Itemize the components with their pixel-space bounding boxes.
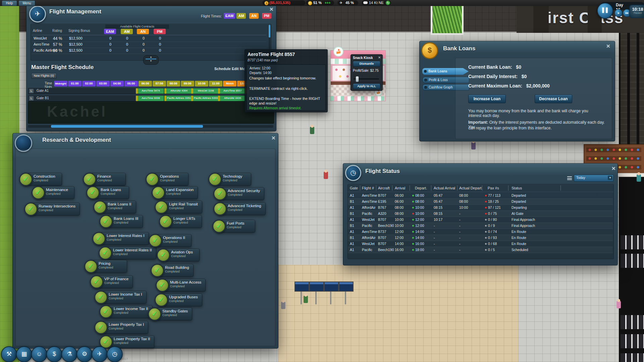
research-node-lower-interest-rates-i[interactable]: ✓Lower Interest Rates ICompleted	[97, 232, 149, 245]
col-pax-#s[interactable]: Pax #s	[488, 186, 499, 190]
help-button[interactable]: Help	[2, 0, 17, 6]
build-hammer-icon[interactable]: ⚒	[1, 346, 17, 362]
airline-row[interactable]: WestJet44 %$12,5000000	[32, 36, 266, 42]
day-filter-dropdown[interactable]: Today ▼	[574, 175, 613, 182]
col-status[interactable]: Status	[512, 186, 522, 190]
time-slot-09:00[interactable]: 09:00	[181, 81, 194, 86]
decrease-loan-button[interactable]: Decrease Loan	[535, 95, 572, 103]
research-node-bank-loans[interactable]: ✓Bank LoansCompleted	[91, 186, 129, 199]
time-slot-10:00[interactable]: 10:00	[195, 81, 208, 86]
research-node-lower-income-tax-ii[interactable]: ✓Lower Income Tax IICompleted	[104, 305, 153, 318]
contract-count[interactable]: 0	[121, 48, 133, 52]
flight-status-row[interactable]: B1PacificBeech19010:0012:00--0 / 9Final …	[348, 223, 613, 229]
research-node-fuel-ports[interactable]: ✓Fuel PortsCompleted	[217, 220, 255, 233]
col-gate[interactable]: Gate	[350, 186, 358, 190]
col-flight-#[interactable]: Flight #	[362, 186, 374, 190]
menu-button[interactable]: Menu	[18, 0, 35, 6]
flight-status-window[interactable]: ◷ Flight Status ✕ Today ▼ GateFlight #Ai…	[343, 163, 618, 265]
contract-count[interactable]: 0	[138, 36, 150, 40]
research-node-maintenance[interactable]: ✓MaintenanceCompleted	[36, 186, 74, 199]
airline-row[interactable]: Pacific Airlines50 %$12,5000000	[32, 48, 266, 54]
gate-lock-button[interactable]: L	[29, 88, 34, 94]
scroll-thumb[interactable]	[269, 25, 270, 38]
finance-money-icon[interactable]: $	[46, 346, 62, 362]
contract-count[interactable]: 0	[104, 48, 116, 52]
flight-status-row[interactable]: A1AeroTimeB73712:0014:00--0 / 74En Route	[348, 229, 613, 235]
flight-status-row[interactable]: B1PacificA32008:0010:0008:15-0 / 75At Ga…	[348, 210, 613, 217]
contract-count[interactable]: 0	[104, 36, 116, 40]
flight-management-window[interactable]: ✈ Flight Management ✕ Flight Times: EAMA…	[26, 4, 276, 131]
research-node-multi-lane-access[interactable]: ✓Multi-Lane AccessCompleted	[160, 279, 206, 292]
research-node-lower-interest-rates-ii[interactable]: ✓Lower Interest Rates IICompleted	[103, 247, 156, 259]
gate-lock-button[interactable]: L	[29, 96, 34, 101]
table-scroll-arrows[interactable]: ▲ ▼	[143, 55, 159, 65]
contract-count[interactable]: 0	[154, 42, 166, 46]
research-node-operations[interactable]: ✓OperationsCompleted	[150, 173, 189, 186]
close-icon[interactable]: ✕	[611, 166, 616, 172]
col-actual-arrival[interactable]: Actual Arrival	[434, 186, 455, 190]
research-node-finance[interactable]: ✓FinanceCompleted	[88, 173, 126, 186]
close-icon[interactable]: ✕	[606, 43, 610, 49]
flight-block[interactable]: Pacific Airlines 3351	[164, 96, 192, 101]
research-node-runway-intersections[interactable]: ✓Runway IntersectionsCompleted	[29, 203, 80, 216]
flights-airplane-icon[interactable]: ✈	[92, 346, 108, 362]
contract-count[interactable]: 0	[154, 48, 166, 52]
new-flights-button[interactable]: New Flights (0)	[31, 73, 57, 79]
time-slot-05:00[interactable]: 05:00	[124, 81, 138, 86]
research-node-bank-loans-iii[interactable]: ✓Bank Loans IIICompleted	[104, 215, 143, 228]
time-slot-midnight[interactable]: Midnight	[54, 81, 67, 86]
close-icon[interactable]: ✕	[269, 6, 274, 12]
staff-person-icon[interactable]: ☺	[31, 346, 47, 362]
contract-count[interactable]: 0	[154, 36, 166, 40]
research-development-window[interactable]: Research & Development ✕ ✓ConstructionCo…	[12, 133, 278, 349]
col-depart-[interactable]: Depart.	[415, 186, 427, 190]
research-node-aviation-ops[interactable]: ✓Aviation OpsCompleted	[161, 249, 200, 261]
filter-icon[interactable]	[567, 176, 572, 180]
chevron-down-icon[interactable]: ▼	[608, 176, 612, 180]
research-node-advanced-ticketing[interactable]: ✓Advanced TicketingCompleted	[218, 202, 266, 215]
research-node-operations-ii[interactable]: ✓Operations IICompleted	[153, 234, 192, 247]
close-icon[interactable]: ✕	[271, 135, 276, 141]
operations-gears-icon[interactable]: ⚙	[76, 346, 93, 362]
research-node-pricing[interactable]: ✓PricingCompleted	[89, 260, 127, 273]
time-slot-08:00[interactable]: 08:00	[167, 81, 180, 86]
flight-status-row[interactable]: A1PacificBeech19016:0018:00--0 / 5Schedu…	[348, 247, 613, 253]
flight-status-row[interactable]: A1AffordAirB76708:0010:0008:1510:0097 / …	[348, 204, 613, 211]
time-slot-11:00[interactable]: 11:00	[209, 81, 222, 86]
research-node-technology[interactable]: ✓TechnologyCompleted	[213, 173, 251, 186]
research-node-standby-gates[interactable]: ✓Standby GatesCompleted	[153, 308, 192, 320]
research-node-road-building[interactable]: ✓Road BuildingCompleted	[155, 264, 194, 277]
flight-block[interactable]: WestJet 1198	[191, 88, 219, 94]
flight-status-row[interactable]: A1AeroTimeB70706:0008:0005:4708:0077 / 1…	[348, 192, 613, 199]
airline-row[interactable]: AeroTime57 %$12,5000000	[32, 42, 266, 48]
col-actual-depart-[interactable]: Actual Depart.	[459, 186, 483, 190]
pause-button[interactable]	[597, 3, 613, 19]
col-aircraft[interactable]: Aircraft	[378, 186, 390, 190]
close-icon[interactable]: ✕	[378, 56, 381, 59]
flight-time-badge-am[interactable]: AM	[236, 13, 246, 19]
flight-status-row[interactable]: B1AeroTimeE19506:0008:0005:4708:0018 / 2…	[348, 198, 613, 205]
dismantle-button[interactable]: Dismantle	[353, 61, 380, 67]
flight-block[interactable]: AffordAir 4436	[218, 96, 246, 101]
research-node-lower-income-tax-i[interactable]: ✓Lower Income Tax ICompleted	[99, 291, 147, 304]
hscroll-thumb[interactable]	[51, 125, 203, 128]
flight-block[interactable]: AffordAir 4394	[164, 88, 192, 94]
time-slot-06:00[interactable]: 06:00	[139, 81, 152, 86]
time-slot-02:00[interactable]: 02:00	[82, 81, 96, 86]
flight-block[interactable]: AeroTime 6008	[136, 96, 164, 101]
schedule-hscrollbar[interactable]	[28, 125, 273, 128]
time-slot-04:00[interactable]: 04:00	[110, 81, 124, 86]
contract-count[interactable]: 0	[121, 36, 133, 40]
research-node-bank-loans-ii[interactable]: ✓Bank Loans IICompleted	[98, 201, 136, 214]
flight-status-row[interactable]: B1AffordAirB70712:0014:00--0 / 93En Rout…	[348, 235, 613, 241]
research-node-longer-lrts[interactable]: ✓Longer LRTsCompleted	[164, 215, 202, 228]
contract-count[interactable]: 0	[138, 42, 150, 46]
research-node-land-expansion[interactable]: ✓Land ExpansionCompleted	[156, 186, 198, 199]
bank-loans-window[interactable]: $ Bank Loans ✕ Bank LoansProfit & LossCa…	[419, 41, 615, 141]
scroll-down-icon[interactable]: ▼	[144, 60, 158, 62]
flight-time-badge-an[interactable]: AN	[249, 13, 259, 19]
research-node-lower-property-tax-i[interactable]: ✓Lower Property Tax ICompleted	[99, 321, 148, 334]
flight-time-badge-pm[interactable]: PM	[262, 13, 271, 19]
col-arrival[interactable]: Arrival	[395, 186, 405, 190]
research-flask-icon[interactable]: ⚗	[61, 346, 77, 362]
